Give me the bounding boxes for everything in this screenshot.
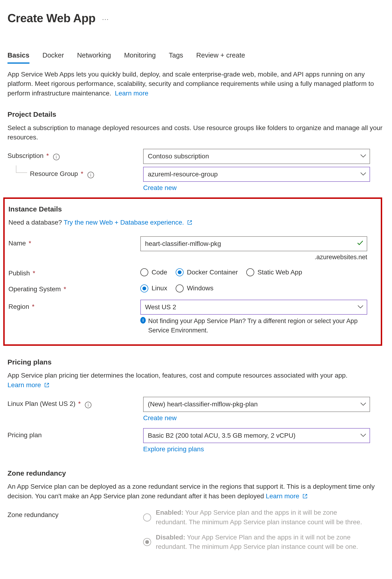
db-prompt: Need a database? [8,219,62,226]
required-star-icon: * [64,286,66,293]
region-value: West US 2 [145,303,176,311]
zone-option-disabled-desc: Your App Service Plan and the apps in it… [156,534,358,550]
tab-bar: Basics Docker Networking Monitoring Tags… [7,50,385,64]
zone-heading: Zone redundancy [7,468,385,478]
subscription-label: Subscription [7,152,44,159]
chevron-down-icon [360,399,366,409]
publish-label: Publish [8,270,30,277]
pricing-learn-more-text: Learn more [7,381,41,389]
zone-option-disabled-text: Disabled: Your App Service Plan and the … [156,533,370,552]
radio-icon [143,538,151,546]
resource-group-label: Resource Group [30,170,78,177]
os-option-windows: Windows [187,284,213,293]
pricing-heading: Pricing plans [7,357,385,367]
linux-plan-select[interactable]: (New) heart-classifier-mlflow-pkg-plan [143,397,370,412]
publish-option-code: Code [152,268,167,277]
tree-elbow-icon [16,165,27,173]
os-option-linux: Linux [152,284,167,293]
zone-desc: An App Service plan can be deployed as a… [7,482,385,501]
radio-icon [140,285,148,292]
zone-learn-more-link[interactable]: Learn more [266,493,308,500]
name-input[interactable]: heart-classifier-mlflow-pkg [140,236,367,251]
db-experience-link[interactable]: Try the new Web + Database experience. [64,219,192,226]
name-label: Name [8,240,26,247]
required-star-icon: * [29,240,31,247]
intro-body: App Service Web Apps lets you quickly bu… [7,71,374,97]
name-input-value: heart-classifier-mlflow-pkg [145,240,221,247]
required-star-icon: * [81,170,83,177]
domain-suffix: .azurewebsites.net [140,253,367,262]
pricing-learn-more-link[interactable]: Learn more [7,381,49,389]
tab-basics[interactable]: Basics [7,50,29,64]
os-radio-windows[interactable]: Windows [176,284,213,293]
info-icon[interactable]: i [87,172,94,178]
linux-plan-value: (New) heart-classifier-mlflow-pkg-plan [148,401,258,408]
zone-radio-enabled [143,508,151,527]
pricing-desc: App Service plan pricing tier determines… [7,371,385,390]
resource-group-create-new-link[interactable]: Create new [143,184,177,191]
os-radio-linux[interactable]: Linux [140,284,167,293]
pricing-plan-value: Basic B2 (200 total ACU, 3.5 GB memory, … [148,432,295,439]
page-title: Create Web App [7,10,95,27]
project-details-heading: Project Details [7,109,385,120]
intro-learn-more-link[interactable]: Learn more [115,90,148,97]
zone-redundancy-label: Zone redundancy [7,511,59,518]
more-actions-icon[interactable]: ··· [102,14,109,24]
radio-icon [176,268,184,276]
info-icon[interactable]: i [85,402,91,408]
required-star-icon: * [46,152,49,159]
external-link-icon [187,218,192,228]
publish-option-static: Static Web App [258,268,302,277]
resource-group-value: azureml-resource-group [148,171,218,178]
tab-tags[interactable]: Tags [169,50,183,64]
linux-plan-create-new-link[interactable]: Create new [143,414,177,422]
chevron-down-icon [357,302,363,312]
required-star-icon: * [33,270,35,277]
region-select[interactable]: West US 2 [140,300,367,315]
os-label: Operating System [8,286,61,293]
publish-radio-static[interactable]: Static Web App [246,268,302,277]
db-experience-link-text: Try the new Web + Database experience. [64,219,184,226]
chevron-down-icon [360,431,366,440]
publish-radio-code[interactable]: Code [140,268,167,277]
tab-networking[interactable]: Networking [77,50,111,64]
radio-icon [143,513,151,521]
region-label: Region [8,303,29,310]
tab-docker[interactable]: Docker [43,50,64,64]
zone-desc-text: An App Service plan can be deployed as a… [7,483,375,500]
tab-review-create[interactable]: Review + create [196,50,245,64]
resource-group-select[interactable]: azureml-resource-group [143,167,370,182]
required-star-icon: * [78,400,81,407]
info-filled-icon: i [140,317,146,324]
zone-learn-more-text: Learn more [266,493,299,500]
external-link-icon [302,492,308,502]
project-details-desc: Select a subscription to manage deployed… [7,123,385,142]
zone-option-enabled-desc: Your App Service plan and the apps in it… [156,509,362,526]
tab-monitoring[interactable]: Monitoring [124,50,156,64]
subscription-select[interactable]: Contoso subscription [143,149,370,164]
pricing-plan-select[interactable]: Basic B2 (200 total ACU, 3.5 GB memory, … [143,428,370,443]
required-star-icon: * [32,303,35,310]
subscription-value: Contoso subscription [148,152,209,160]
linux-plan-label: Linux Plan (West US 2) [7,400,75,407]
region-hint: Not finding your App Service Plan? Try a… [148,316,367,335]
chevron-down-icon [360,151,366,161]
explore-pricing-link[interactable]: Explore pricing plans [143,445,204,453]
checkmark-icon [357,239,363,248]
zone-option-enabled-text: Enabled: Your App Service plan and the a… [156,508,370,527]
publish-option-docker: Docker Container [187,268,238,277]
zone-option-enabled-title: Enabled: [156,509,183,516]
instance-details-heading: Instance Details [8,204,377,214]
chevron-down-icon [360,169,366,179]
instance-details-highlight: Instance Details Need a database? Try th… [3,198,382,346]
publish-radio-docker[interactable]: Docker Container [176,268,238,277]
radio-icon [140,268,148,276]
info-icon[interactable]: i [53,154,60,160]
pricing-plan-label: Pricing plan [7,431,42,439]
radio-icon [176,285,184,292]
radio-icon [246,268,254,276]
zone-radio-disabled [143,533,151,552]
pricing-desc-text: App Service plan pricing tier determines… [7,372,348,379]
external-link-icon [44,381,49,390]
intro-text: App Service Web Apps lets you quickly bu… [7,70,385,98]
